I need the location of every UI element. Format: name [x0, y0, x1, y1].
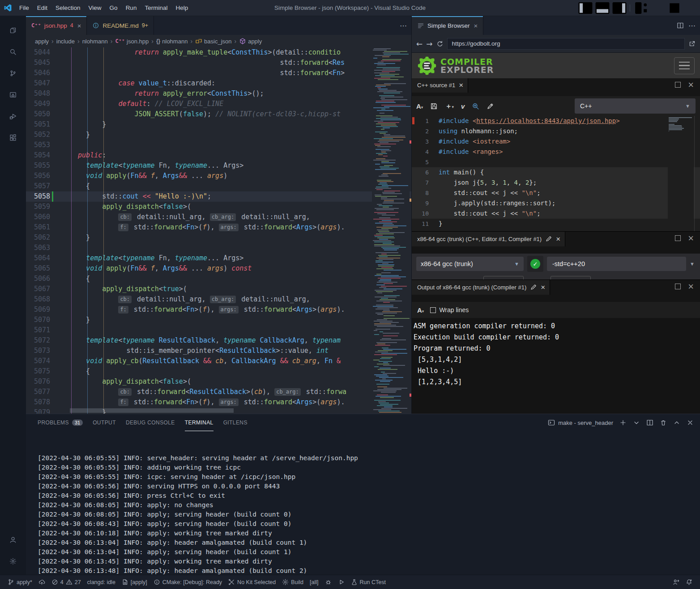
- code-line[interactable]: 11}: [412, 219, 700, 229]
- new-terminal-icon[interactable]: [619, 419, 627, 426]
- close-window-icon[interactable]: [683, 0, 700, 16]
- code-line[interactable]: 5067 apply_dispatch<true>(: [26, 284, 411, 294]
- breadcrumb-item[interactable]: basic_json: [195, 38, 231, 45]
- code-line[interactable]: 5052 }: [26, 130, 411, 140]
- more-actions-icon[interactable]: ⋯: [688, 21, 696, 30]
- editor-tab-README.md[interactable]: README.md9+: [87, 16, 154, 35]
- code-line[interactable]: 5048 return apply_error<ConstThis>();: [26, 89, 411, 99]
- code-line[interactable]: 3#include <iostream>: [412, 136, 700, 147]
- compiler-select[interactable]: x86-64 gcc (trunk)▼: [416, 257, 524, 271]
- code-line[interactable]: 5073 std::is_member_pointer<ResultCallba…: [26, 346, 411, 356]
- code-line[interactable]: 5076 apply_dispatch<false>(: [26, 377, 411, 387]
- layout-sidebar-left-icon[interactable]: [577, 0, 594, 16]
- activity-source-control[interactable]: [2, 63, 24, 84]
- language-select[interactable]: C++▼: [575, 98, 696, 114]
- close-pane-icon[interactable]: ×: [688, 284, 694, 289]
- code-line[interactable]: 9 j.apply(std::ranges::sort);: [412, 198, 700, 208]
- status-build-target[interactable]: [all]: [307, 575, 321, 589]
- code-line[interactable]: 5046 std::forward<Fn>: [26, 68, 411, 78]
- hamburger-menu-icon[interactable]: [674, 57, 695, 74]
- edit-icon[interactable]: [545, 235, 552, 242]
- activity-cmake-window[interactable]: [2, 84, 24, 106]
- add-icon[interactable]: ＋▾: [445, 102, 454, 110]
- menu-file[interactable]: File: [15, 2, 33, 14]
- code-line[interactable]: 5053: [26, 140, 411, 150]
- code-line[interactable]: 5062 }: [26, 233, 411, 243]
- status-branch[interactable]: apply*: [4, 575, 35, 589]
- ce-compiler-tab[interactable]: x86-64 gcc (trunk) (C++, Editor #1, Comp…: [412, 232, 565, 246]
- status-publish[interactable]: [35, 575, 48, 589]
- code-line[interactable]: 5056 void apply(Fn&& f, Args&& ... args): [26, 171, 411, 181]
- code-line[interactable]: 4#include <ranges>: [412, 147, 700, 157]
- code-line[interactable]: 5072 template<typename ResultCallback, t…: [26, 335, 411, 346]
- ce-source-editor[interactable]: 1#include <https://localhost:8443/apply/…: [412, 116, 700, 231]
- activity-search[interactable]: [2, 41, 24, 63]
- breadcrumb-item[interactable]: {}nlohmann: [156, 38, 188, 45]
- maximize-pane-icon[interactable]: [675, 235, 681, 241]
- code-line[interactable]: 5057 {: [26, 181, 411, 191]
- code-line[interactable]: 5060 cb: detail::null_arg, cb_arg: detai…: [26, 212, 411, 222]
- split-editor-icon[interactable]: [677, 22, 684, 29]
- kill-terminal-icon[interactable]: [660, 419, 667, 426]
- status-launch[interactable]: [335, 575, 348, 589]
- chevron-down-icon[interactable]: [633, 419, 640, 426]
- code-line[interactable]: 2using nlohmann::json;: [412, 126, 700, 136]
- code-line[interactable]: 5071: [26, 325, 411, 335]
- status-cmake-status[interactable]: CMake: [Debug]: Ready: [150, 575, 225, 589]
- code-line[interactable]: 5059 apply_dispatch<false>(: [26, 202, 411, 212]
- code-line[interactable]: 5070 }: [26, 315, 411, 325]
- status-problems[interactable]: 427: [48, 575, 84, 589]
- vim-mode-icon[interactable]: v: [461, 102, 465, 110]
- menu-edit[interactable]: Edit: [33, 2, 51, 14]
- panel-tab-terminal[interactable]: TERMINAL: [185, 414, 213, 431]
- breadcrumb-item[interactable]: nlohmann: [82, 38, 108, 45]
- code-line[interactable]: 8 std::cout << j << "\n";: [412, 188, 700, 198]
- code-line[interactable]: 5058 std::cout << "Hello :-)\n";: [26, 191, 411, 202]
- code-line[interactable]: 5069 f: std::forward<Fn>(f), args: std::…: [26, 305, 411, 315]
- font-size-icon[interactable]: A▾: [417, 306, 424, 314]
- code-editor[interactable]: 5044 return apply_make_tuple<ConstThis>(…: [26, 47, 411, 414]
- open-external-icon[interactable]: [688, 40, 696, 47]
- panel-tab-problems[interactable]: PROBLEMS31: [38, 414, 83, 431]
- code-line[interactable]: 5044 return apply_make_tuple<ConstThis>(…: [26, 47, 411, 58]
- activity-debug-run[interactable]: [2, 106, 24, 127]
- code-line[interactable]: 5054 public:: [26, 150, 411, 161]
- close-icon[interactable]: ×: [474, 22, 478, 30]
- reload-icon[interactable]: [436, 40, 444, 47]
- split-terminal-icon[interactable]: [646, 419, 653, 426]
- horizontal-scrollbar[interactable]: [70, 408, 234, 413]
- terminal-selector[interactable]: make - serve_header: [548, 419, 613, 426]
- code-line[interactable]: 5047 case value_t::discarded:: [26, 78, 411, 89]
- save-icon[interactable]: [430, 102, 438, 110]
- back-icon[interactable]: ←: [416, 39, 423, 48]
- panel-tab-output[interactable]: OUTPUT: [93, 414, 116, 431]
- code-line[interactable]: 5045 std::forward<Res: [26, 58, 411, 68]
- wrap-lines-checkbox[interactable]: Wrap lines: [430, 306, 469, 314]
- close-icon[interactable]: ×: [459, 82, 463, 88]
- panel-tab-gitlens[interactable]: GITLENS: [223, 414, 248, 431]
- status-cmake-project[interactable]: [apply]: [119, 575, 150, 589]
- menu-go[interactable]: Go: [106, 2, 122, 14]
- code-line[interactable]: 5063: [26, 243, 411, 253]
- code-line[interactable]: 5055 template<typename Fn, typename... A…: [26, 161, 411, 171]
- menu-help[interactable]: Help: [171, 2, 192, 14]
- ce-output-tab[interactable]: Output of x86-64 gcc (trunk) (Compiler #…: [412, 280, 550, 295]
- breadcrumb-item[interactable]: apply: [35, 38, 49, 45]
- activity-files[interactable]: [2, 20, 24, 41]
- rocket-icon[interactable]: [487, 102, 494, 110]
- status-build[interactable]: Build: [279, 575, 307, 589]
- code-line[interactable]: 6int main() {: [412, 167, 700, 178]
- menu-run[interactable]: Run: [122, 2, 141, 14]
- activity-extensions[interactable]: [2, 127, 24, 148]
- breadcrumb-item[interactable]: include: [56, 38, 75, 45]
- activity-settings-gear[interactable]: [2, 551, 24, 572]
- status-debug[interactable]: [322, 575, 335, 589]
- menu-view[interactable]: View: [85, 2, 106, 14]
- close-icon[interactable]: ×: [556, 236, 560, 242]
- code-line[interactable]: 5: [412, 157, 700, 167]
- maximize-pane-icon[interactable]: [675, 284, 681, 289]
- code-line[interactable]: 5066 {: [26, 274, 411, 284]
- forward-icon[interactable]: →: [426, 39, 432, 48]
- status-kit[interactable]: No Kit Selected: [225, 575, 279, 589]
- ce-scrollbar[interactable]: [694, 116, 700, 231]
